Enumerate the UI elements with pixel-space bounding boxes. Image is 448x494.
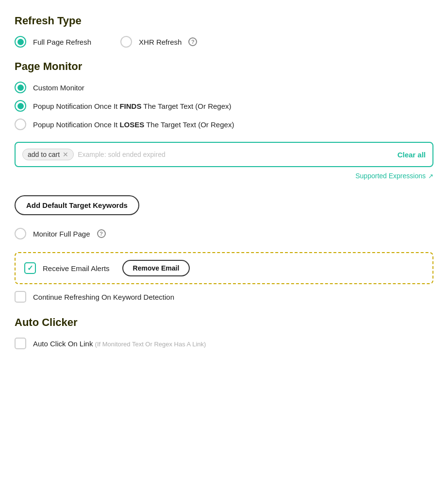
page-monitor-title: Page Monitor (15, 60, 433, 73)
email-alerts-checkbox[interactable] (24, 262, 36, 274)
continue-refreshing-label: Continue Refreshing On Keyword Detection (33, 293, 174, 301)
monitor-full-page-help-icon[interactable]: ? (97, 229, 106, 238)
email-alerts-section: Receive Email Alerts Remove Email (15, 252, 433, 284)
keyword-tag-remove-icon[interactable]: ✕ (63, 151, 68, 158)
keyword-tag-add-to-cart: add to cart ✕ (22, 149, 74, 160)
finds-radio[interactable] (15, 100, 26, 112)
keywords-placeholder[interactable]: Example: sold ended expired (78, 151, 393, 158)
auto-clicker-title: Auto Clicker (15, 316, 433, 329)
auto-click-link-label: Auto Click On Link (If Monitored Text Or… (33, 340, 206, 348)
finds-option[interactable]: Popup Notification Once It FINDS The Tar… (15, 100, 433, 112)
remove-email-button[interactable]: Remove Email (122, 260, 190, 276)
auto-clicker-section: Auto Clicker Auto Click On Link (If Moni… (15, 316, 433, 349)
keywords-input-container[interactable]: add to cart ✕ Example: sold ended expire… (15, 142, 433, 167)
full-page-refresh-option[interactable]: Full Page Refresh (15, 36, 91, 48)
auto-click-link-checkbox[interactable] (15, 338, 26, 349)
xhr-help-icon[interactable]: ? (188, 37, 197, 46)
keyword-tag-text: add to cart (28, 151, 60, 158)
monitor-full-page-option[interactable]: Monitor Full Page ? (15, 228, 433, 239)
continue-refreshing-checkbox[interactable] (15, 291, 26, 303)
loses-option[interactable]: Popup Notification Once It LOSES The Tar… (15, 119, 433, 130)
monitor-full-page-label: Monitor Full Page (33, 230, 90, 238)
continue-refreshing-option[interactable]: Continue Refreshing On Keyword Detection (15, 291, 433, 303)
custom-monitor-radio[interactable] (15, 82, 26, 93)
refresh-type-options: Full Page Refresh XHR Refresh ? (15, 36, 433, 48)
refresh-type-title: Refresh Type (15, 15, 433, 27)
loses-radio[interactable] (15, 119, 26, 130)
full-page-refresh-radio[interactable] (15, 36, 26, 48)
finds-label: Popup Notification Once It FINDS The Tar… (33, 102, 232, 110)
clear-all-button[interactable]: Clear all (398, 151, 426, 159)
xhr-refresh-option[interactable]: XHR Refresh ? (120, 36, 197, 48)
page-monitor-options: Custom Monitor Popup Notification Once I… (15, 82, 433, 130)
page-monitor-section: Page Monitor Custom Monitor Popup Notifi… (15, 60, 433, 239)
loses-label: Popup Notification Once It LOSES The Tar… (33, 120, 234, 129)
custom-monitor-option[interactable]: Custom Monitor (15, 82, 433, 93)
supported-expressions-link[interactable]: Supported Expressions ↗ (355, 172, 433, 180)
email-alerts-label: Receive Email Alerts (43, 264, 110, 273)
email-alerts-row: Receive Email Alerts Remove Email (24, 260, 424, 276)
external-link-icon: ↗ (428, 172, 433, 180)
full-page-refresh-label: Full Page Refresh (33, 38, 91, 46)
auto-click-link-hint: (If Monitored Text Or Regex Has A Link) (95, 341, 206, 348)
xhr-refresh-radio[interactable] (120, 36, 132, 48)
supported-expressions-label: Supported Expressions (355, 172, 426, 180)
refresh-type-section: Refresh Type Full Page Refresh XHR Refre… (15, 15, 433, 48)
add-keywords-button[interactable]: Add Default Target Keywords (15, 195, 139, 215)
xhr-refresh-label: XHR Refresh (139, 38, 182, 46)
custom-monitor-label: Custom Monitor (33, 84, 84, 92)
monitor-full-page-radio[interactable] (15, 228, 26, 239)
auto-click-link-option[interactable]: Auto Click On Link (If Monitored Text Or… (15, 338, 433, 349)
